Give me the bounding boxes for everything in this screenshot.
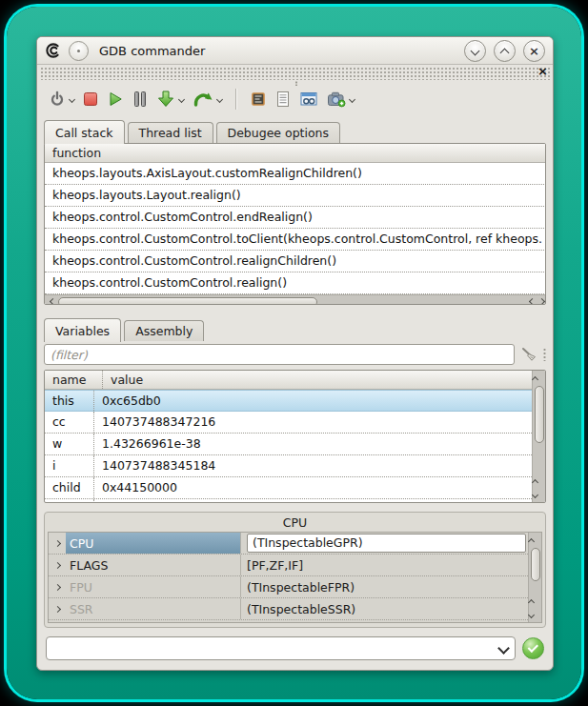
minimize-button[interactable] — [464, 40, 486, 62]
variable-row[interactable]: w 1.43266961e-38 — [45, 434, 532, 455]
step-over-button[interactable] — [193, 90, 222, 109]
variable-row[interactable]: child 0x44150000 — [45, 477, 532, 499]
chevron-up-icon — [500, 48, 510, 57]
step-into-icon — [156, 90, 175, 109]
variable-name: cc — [45, 412, 94, 433]
call-stack-row[interactable]: kheops.control.CustomControl.realign() — [45, 272, 546, 294]
scroll-up-icon[interactable] — [529, 533, 541, 547]
registers-button[interactable] — [250, 91, 267, 108]
pause-button[interactable] — [132, 91, 148, 108]
expander-icon[interactable] — [49, 555, 66, 575]
scroll-right-icon[interactable] — [537, 295, 546, 305]
expander-icon[interactable] — [49, 533, 66, 554]
execute-ok-button[interactable] — [522, 637, 544, 659]
scrollbar-thumb[interactable] — [58, 297, 317, 306]
expander-icon[interactable] — [49, 598, 66, 619]
scroll-up-icon[interactable] — [529, 594, 541, 608]
scrollbar-thumb[interactable] — [535, 386, 544, 443]
cpu-group-title: CPU — [45, 513, 545, 532]
disassembly-button[interactable] — [275, 91, 291, 108]
column-header-function[interactable]: function — [45, 144, 546, 163]
scroll-down-icon[interactable] — [533, 488, 545, 502]
call-stack-row[interactable]: kheops.control.CustomControl.endRealign(… — [45, 207, 546, 229]
scroll-left-icon[interactable] — [45, 295, 57, 305]
panel-splitter[interactable] — [37, 503, 553, 509]
variables-vertical-scrollbar[interactable] — [532, 371, 545, 502]
dropdown-chevron-icon[interactable] — [216, 95, 223, 102]
scroll-up-icon[interactable] — [533, 371, 545, 385]
column-header-name[interactable]: name — [45, 371, 103, 389]
variable-value: 0xc65db0 — [94, 391, 532, 411]
pin-button[interactable] — [69, 41, 89, 61]
gdb-commander-window: GDB commander × × — [36, 36, 554, 671]
run-button[interactable] — [107, 91, 124, 108]
app-logo-icon — [45, 42, 62, 59]
filter-input[interactable] — [44, 344, 515, 365]
register-group-name: CPU — [66, 533, 241, 554]
dropdown-chevron-icon[interactable] — [69, 95, 75, 102]
watch-window-button[interactable] — [299, 91, 318, 108]
clear-filter-broom-icon[interactable] — [519, 345, 538, 364]
tab-call-stack[interactable]: Call stack — [44, 120, 125, 144]
toolbar-grip — [295, 81, 297, 86]
variables-table: name value this 0xc65db0 cc 140737488347… — [45, 371, 532, 502]
screen: GDB commander × × — [0, 0, 588, 706]
tab-debugee-options[interactable]: Debugee options — [216, 122, 341, 143]
variable-row[interactable]: this 0xc65db0 — [45, 390, 532, 412]
call-stack-horizontal-scrollbar[interactable] — [45, 294, 546, 305]
dropdown-chevron-icon[interactable] — [349, 95, 355, 102]
variable-value: 140737488345184 — [94, 455, 532, 476]
variable-row[interactable]: i 140737488345184 — [45, 455, 532, 477]
call-stack-row[interactable]: kheops.control.CustomControl.realignChil… — [45, 251, 546, 272]
close-button[interactable]: × — [523, 40, 545, 62]
combobox-dropdown[interactable] — [492, 644, 515, 653]
cpu-row[interactable]: CPU (TInspectableGPR) — [49, 533, 528, 555]
step-into-button[interactable] — [156, 90, 184, 109]
cpu-row[interactable]: FPU (TInspectableFPR) — [49, 576, 528, 598]
maximize-button[interactable] — [494, 40, 516, 62]
stop-button[interactable] — [83, 91, 98, 107]
variables-panel: name value this 0xc65db0 cc 140737488347… — [44, 370, 546, 503]
call-stack-row[interactable]: kheops.layouts.Layout.realign() — [45, 185, 546, 207]
scroll-up-icon[interactable] — [533, 474, 545, 488]
variable-row[interactable]: h 1.43266961e-38 — [45, 499, 532, 502]
scroll-down-icon[interactable] — [529, 608, 541, 622]
scrollbar-thumb[interactable] — [531, 548, 540, 581]
tab-assembly[interactable]: Assembly — [124, 320, 204, 341]
window-title: GDB commander — [99, 44, 205, 58]
scroll-left-icon[interactable] — [525, 295, 537, 305]
variable-value: 1.43266961e-38 — [94, 434, 532, 454]
cpu-row[interactable]: SSR (TInspectableSSR) — [49, 598, 528, 620]
dock-close-icon[interactable]: × — [537, 65, 548, 77]
variable-row[interactable]: cc 140737488347216 — [45, 412, 532, 434]
cpu-groupbox: CPU CPU (TInspectableGPR) FLAGS [PF,ZF,I… — [44, 512, 546, 628]
variable-value: 0x44150000 — [94, 477, 532, 498]
panel-splitter[interactable] — [37, 305, 553, 314]
inspect-window-icon — [299, 91, 318, 108]
command-combobox[interactable] — [46, 636, 516, 660]
expander-icon[interactable] — [49, 576, 66, 597]
tab-variables[interactable]: Variables — [44, 318, 121, 342]
splitter-grip[interactable] — [543, 348, 546, 361]
chevron-down-icon — [471, 46, 480, 55]
add-snapshot-button[interactable] — [327, 91, 355, 108]
tab-thread-list[interactable]: Thread list — [128, 122, 213, 143]
pin-dot-icon — [77, 50, 80, 52]
call-stack-row[interactable]: kheops.layouts.AxisLayout.customRealignC… — [45, 163, 546, 185]
pause-icon — [132, 91, 148, 108]
call-stack-row[interactable]: kheops.control.CustomControl.toClient(kh… — [45, 229, 546, 251]
titlebar[interactable]: GDB commander × — [37, 37, 553, 65]
variables-filter-row — [44, 342, 546, 367]
register-value-field[interactable]: (TInspectableGPR) — [247, 534, 526, 553]
dropdown-chevron-icon[interactable] — [178, 95, 185, 102]
cpu-row[interactable]: FLAGS [PF,ZF,IF] — [49, 555, 528, 576]
variables-header[interactable]: name value — [45, 371, 532, 390]
cpu-register-tree: CPU (TInspectableGPR) FLAGS [PF,ZF,IF] F… — [48, 532, 542, 623]
chip-icon — [250, 91, 267, 108]
column-header-value[interactable]: value — [103, 371, 143, 389]
power-button[interactable] — [49, 91, 74, 108]
variable-name: child — [45, 477, 94, 498]
dock-drag-handle[interactable]: × — [40, 67, 550, 80]
cpu-vertical-scrollbar[interactable] — [528, 533, 541, 622]
variable-value: 140737488347216 — [94, 412, 532, 433]
